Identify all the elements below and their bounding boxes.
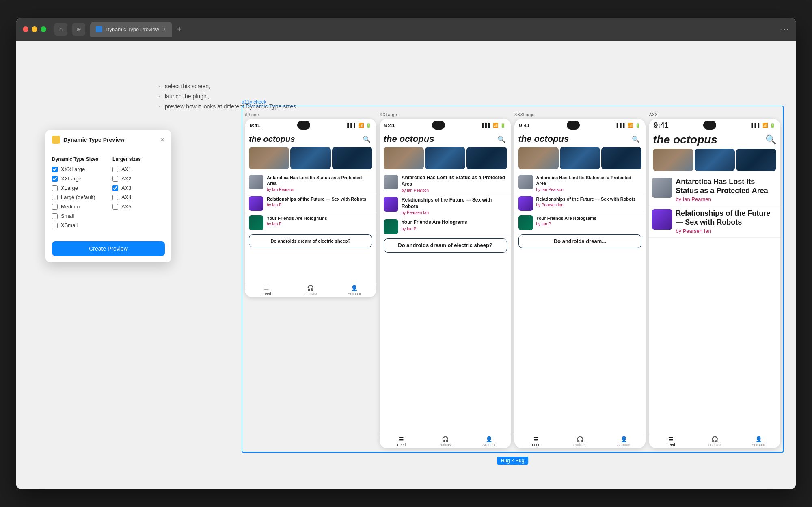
home-icon[interactable]: ⌂ bbox=[54, 23, 67, 36]
xxlarge-hero-images bbox=[380, 147, 511, 169]
plugin-panel: Dynamic Type Preview ✕ Dynamic Type Size… bbox=[45, 130, 171, 262]
tab-bar: Dynamic Type Preview ✕ + bbox=[90, 22, 776, 37]
ax3-article-title-2: Relationships of the Future — Sex with R… bbox=[676, 209, 777, 227]
xxxlarge-nav-feed[interactable]: ☰ Feed bbox=[514, 436, 558, 447]
checkbox-large[interactable]: Large (default) bbox=[52, 194, 104, 200]
iphone-hero-images bbox=[245, 147, 376, 169]
globe-icon[interactable]: ⊕ bbox=[72, 23, 85, 36]
xxlarge-article-text-2: Relationships of the Future — Sex with R… bbox=[402, 197, 507, 215]
xxxlarge-time: 9:41 bbox=[519, 122, 530, 128]
xxlarge-article-title-2: Relationships of the Future — Sex with R… bbox=[402, 197, 507, 210]
article-thumb-1 bbox=[249, 175, 263, 189]
checkbox-ax1[interactable]: AX1 bbox=[112, 166, 165, 172]
checkbox-xxxlarge[interactable]: XXXLarge bbox=[52, 166, 104, 172]
instruction-1: select this screen, bbox=[158, 81, 296, 91]
checkbox-xxlarge[interactable]: XXLarge bbox=[52, 176, 104, 182]
panel-title: Dynamic Type Preview bbox=[63, 136, 125, 143]
podcast-icon: 🎧 bbox=[307, 285, 314, 291]
panel-plugin-icon bbox=[52, 136, 60, 144]
iphone-app-header: the octopus 🔍 bbox=[245, 132, 376, 147]
xxxlarge-nav-account[interactable]: 👤 Account bbox=[602, 436, 646, 447]
xxlarge-status-bar: 9:41 ▌▌▌📶🔋 bbox=[380, 119, 511, 132]
xxlarge-nav-podcast[interactable]: 🎧 Podcast bbox=[423, 436, 467, 447]
ax3-hero-img-3 bbox=[736, 149, 776, 171]
close-button[interactable] bbox=[23, 26, 28, 32]
checkbox-ax1-input[interactable] bbox=[112, 167, 118, 172]
checkbox-ax5-input[interactable] bbox=[112, 204, 118, 210]
checkbox-medium[interactable]: Medium bbox=[52, 204, 104, 210]
xxxlarge-search-icon[interactable]: 🔍 bbox=[630, 133, 641, 145]
xxlarge-article-text-1: Antarctica Has Lost Its Status as a Prot… bbox=[402, 175, 507, 193]
podcast-label: Podcast bbox=[304, 292, 317, 296]
article-author-1: by Ian Pearson bbox=[267, 187, 372, 192]
xxxlarge-article-thumb-2 bbox=[518, 196, 533, 211]
xxlarge-hero-img-3 bbox=[466, 147, 507, 169]
active-tab[interactable]: Dynamic Type Preview ✕ bbox=[90, 22, 172, 37]
ax3-account-icon: 👤 bbox=[755, 436, 762, 442]
create-preview-button[interactable]: Create Preview bbox=[52, 241, 165, 256]
xxxlarge-hero-img-3 bbox=[601, 147, 641, 169]
iphone-status-icons: ▌▌▌📶🔋 bbox=[347, 123, 371, 128]
xxxlarge-article-list: Antarctica Has Lost Its Status as a Prot… bbox=[514, 173, 646, 232]
xxlarge-article-title-3: Your Friends Are Holograms bbox=[402, 219, 507, 226]
xxlarge-search-icon[interactable]: 🔍 bbox=[496, 133, 507, 145]
ax3-article-author-1: by Ian Pearsen bbox=[676, 196, 777, 202]
checkbox-xsmall[interactable]: XSmall bbox=[52, 222, 104, 228]
xxxlarge-app-header: the octopus 🔍 bbox=[514, 132, 646, 147]
checkbox-small-input[interactable] bbox=[52, 213, 58, 219]
nav-feed[interactable]: ☰ Feed bbox=[245, 285, 289, 296]
xxlarge-app-header: the octopus 🔍 bbox=[380, 132, 511, 147]
more-options-icon[interactable]: ··· bbox=[781, 25, 789, 34]
tab-close-icon[interactable]: ✕ bbox=[162, 26, 166, 32]
checkbox-xxxlarge-input[interactable] bbox=[52, 167, 58, 172]
checkbox-xxlarge-input[interactable] bbox=[52, 176, 58, 182]
ax3-nav-podcast[interactable]: 🎧 Podcast bbox=[693, 436, 736, 447]
panel-close-button[interactable]: ✕ bbox=[160, 136, 165, 143]
checkbox-ax2[interactable]: AX2 bbox=[112, 176, 165, 182]
checkbox-large-input[interactable] bbox=[52, 195, 58, 200]
xxlarge-article-author-1: by Ian Pearson bbox=[402, 188, 507, 193]
xxxlarge-hero-img-2 bbox=[560, 147, 600, 169]
checkbox-ax4[interactable]: AX4 bbox=[112, 194, 165, 200]
checkbox-small[interactable]: Small bbox=[52, 213, 104, 219]
xxlarge-article-title-1: Antarctica Has Lost Its Status as a Prot… bbox=[402, 175, 507, 187]
xxlarge-feed-icon: ☰ bbox=[399, 436, 404, 442]
checkbox-ax3-label: AX3 bbox=[121, 185, 132, 191]
xxlarge-article-author-3: by Ian P bbox=[402, 227, 507, 231]
xxlarge-article-thumb-2 bbox=[384, 197, 398, 212]
checkbox-xlarge[interactable]: XLarge bbox=[52, 185, 104, 191]
xxxlarge-status-bar: 9:41 ▌▌▌📶🔋 bbox=[514, 119, 646, 132]
ax3-search-icon[interactable]: 🔍 bbox=[765, 134, 776, 145]
ax3-article-thumb-1 bbox=[652, 178, 672, 198]
minimize-button[interactable] bbox=[32, 26, 37, 32]
nav-account[interactable]: 👤 Account bbox=[333, 285, 376, 296]
checkbox-ax2-input[interactable] bbox=[112, 176, 118, 182]
checkbox-large-label: Large (default) bbox=[61, 194, 95, 200]
ax3-content: the octopus 🔍 bbox=[649, 132, 780, 434]
checkbox-medium-input[interactable] bbox=[52, 204, 58, 210]
ax3-article-item-2: Relationships of the Future — Sex with R… bbox=[649, 206, 780, 238]
checkbox-xsmall-input[interactable] bbox=[52, 223, 58, 228]
phone-ax3: AX3 9:41 ▌▌▌📶🔋 the octopus bbox=[649, 112, 780, 448]
checkbox-ax3[interactable]: AX3 bbox=[112, 185, 165, 191]
ax3-nav-feed[interactable]: ☰ Feed bbox=[649, 436, 693, 447]
new-tab-button[interactable]: + bbox=[174, 25, 185, 34]
checkbox-xxxlarge-label: XXXLarge bbox=[61, 166, 85, 172]
checkbox-ax3-input[interactable] bbox=[112, 185, 118, 191]
xxxlarge-nav-podcast[interactable]: 🎧 Podcast bbox=[558, 436, 602, 447]
tab-title: Dynamic Type Preview bbox=[106, 26, 159, 32]
ax3-nav-account[interactable]: 👤 Account bbox=[736, 436, 780, 447]
xxlarge-article-text-3: Your Friends Are Holograms by Ian P bbox=[402, 219, 507, 231]
checkbox-ax5[interactable]: AX5 bbox=[112, 204, 165, 210]
nav-podcast[interactable]: 🎧 Podcast bbox=[289, 285, 333, 296]
checkbox-xlarge-input[interactable] bbox=[52, 185, 58, 191]
xxlarge-nav-feed[interactable]: ☰ Feed bbox=[380, 436, 423, 447]
iphone-search-icon[interactable]: 🔍 bbox=[361, 133, 372, 145]
xxlarge-nav-account[interactable]: 👤 Account bbox=[467, 436, 511, 447]
browser-toolbar: ⌂ ⊕ Dynamic Type Preview ✕ + ··· bbox=[16, 18, 796, 41]
maximize-button[interactable] bbox=[41, 26, 46, 32]
iphone-frame: 9:41 ▌▌▌📶🔋 the octopus 🔍 bbox=[245, 119, 376, 297]
iphone-dynamic-island bbox=[297, 121, 310, 130]
ax3-feed-label: Feed bbox=[667, 443, 675, 447]
checkbox-ax4-input[interactable] bbox=[112, 195, 118, 200]
